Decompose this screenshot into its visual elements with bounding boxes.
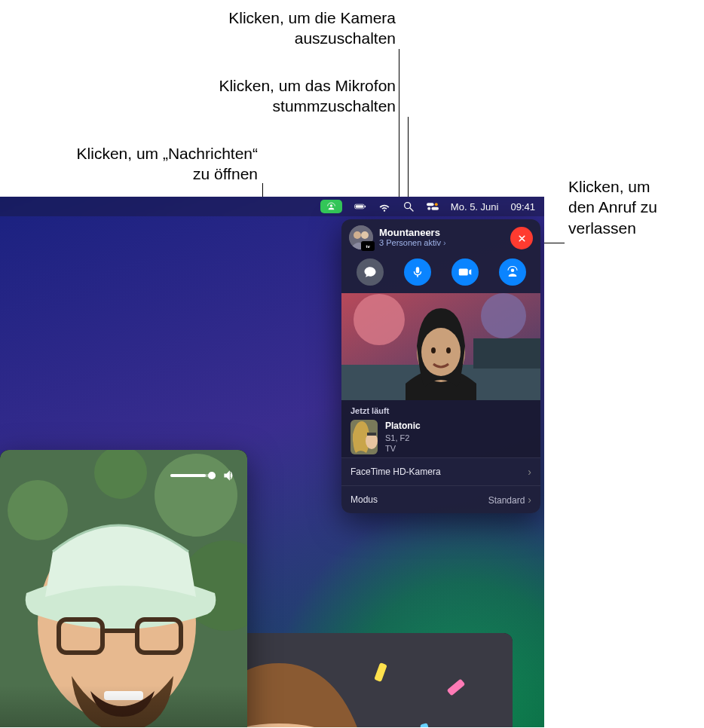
spotlight-icon[interactable]: [403, 200, 415, 213]
callout-camera-off: Klicken, um die Kamera auszuschalten: [177, 8, 396, 49]
svg-point-44: [421, 328, 461, 376]
now-playing-section: Jetzt läuft Platonic S1, F2 TV: [341, 400, 540, 457]
appletv-badge: tv: [361, 241, 375, 251]
now-playing-source: TV: [385, 443, 421, 454]
tv-volume-slider[interactable]: [170, 468, 237, 483]
callout-leave-call: Klicken, um den Anruf zu verlassen: [568, 176, 696, 238]
close-icon: [517, 234, 527, 243]
now-playing-episode: S1, F2: [385, 433, 421, 443]
svg-point-40: [481, 293, 526, 338]
svg-rect-27: [104, 691, 143, 700]
svg-rect-8: [431, 207, 439, 210]
menubar-date[interactable]: Mo. 5. Juni: [451, 201, 499, 213]
volume-icon: [222, 468, 237, 483]
now-playing-row[interactable]: Platonic S1, F2 TV: [350, 420, 531, 454]
svg-rect-42: [473, 338, 540, 369]
svg-point-7: [427, 207, 430, 210]
mode-row-label: Modus: [350, 494, 378, 505]
control-center-icon[interactable]: [427, 200, 439, 213]
tv-app-window[interactable]: Will −17:06: [0, 450, 247, 727]
svg-point-20: [155, 454, 237, 537]
svg-point-37: [510, 269, 514, 273]
messages-button[interactable]: [357, 258, 384, 286]
leader-line: [541, 243, 565, 243]
svg-rect-24: [59, 619, 103, 653]
camera-toggle-button[interactable]: [451, 258, 479, 286]
facetime-self-preview[interactable]: [341, 293, 540, 400]
svg-point-23: [38, 525, 196, 721]
shareplay-icon: [326, 202, 336, 212]
facetime-title: Mountaneers: [379, 228, 446, 238]
menubar-time[interactable]: 09:41: [510, 201, 535, 213]
camera-icon: [458, 265, 472, 279]
shareplay-people-icon: [506, 265, 519, 279]
leave-call-button[interactable]: [510, 227, 533, 249]
chevron-right-icon: ›: [528, 466, 531, 478]
now-playing-thumbnail: [350, 420, 378, 454]
mode-selector-row[interactable]: Modus Standard›: [341, 485, 540, 513]
svg-point-6: [435, 203, 438, 206]
svg-point-36: [361, 231, 369, 239]
svg-rect-18: [0, 450, 247, 727]
svg-point-46: [446, 347, 451, 353]
svg-line-4: [410, 208, 413, 211]
svg-point-39: [354, 294, 405, 345]
svg-rect-1: [356, 205, 363, 207]
mode-row-value: Standard: [488, 495, 525, 506]
menubar: Mo. 5. Juni 09:41: [0, 197, 544, 216]
shareplay-button[interactable]: [499, 258, 526, 286]
mute-mic-button[interactable]: [404, 258, 431, 286]
chevron-right-icon: ›: [528, 494, 531, 506]
desktop: Mo. 5. Juni 09:41: [0, 197, 544, 727]
svg-rect-50: [367, 433, 376, 436]
shareplay-pill[interactable]: [320, 200, 342, 213]
svg-point-3: [405, 203, 411, 209]
svg-rect-5: [427, 203, 434, 206]
svg-point-45: [431, 347, 436, 353]
facetime-header[interactable]: tv Mountaneers 3 Personen aktiv ›: [341, 219, 540, 255]
mic-icon: [411, 265, 424, 279]
facetime-panel: tv Mountaneers 3 Personen aktiv ›: [341, 219, 540, 513]
now-playing-title: Platonic: [385, 421, 421, 433]
battery-icon[interactable]: [354, 200, 366, 213]
camera-row-label: FaceTime HD-Kamera: [350, 466, 441, 477]
svg-point-19: [8, 480, 68, 540]
facetime-subtitle: 3 Personen aktiv ›: [379, 238, 446, 247]
facetime-button-row: [341, 255, 540, 293]
svg-rect-2: [365, 206, 366, 207]
message-icon: [363, 265, 377, 279]
svg-point-35: [354, 231, 361, 239]
wifi-icon[interactable]: [378, 200, 390, 213]
camera-selector-row[interactable]: FaceTime HD-Kamera ›: [341, 457, 540, 485]
svg-rect-25: [137, 619, 181, 653]
callout-mute-mic: Klicken, um das Mikrofon stummzuschalten: [166, 75, 396, 117]
callout-open-messages: Klicken, um „Nachrichten“ zu öffnen: [30, 143, 258, 185]
svg-point-21: [94, 450, 147, 499]
now-playing-label: Jetzt läuft: [350, 406, 531, 415]
svg-point-22: [181, 540, 247, 631]
